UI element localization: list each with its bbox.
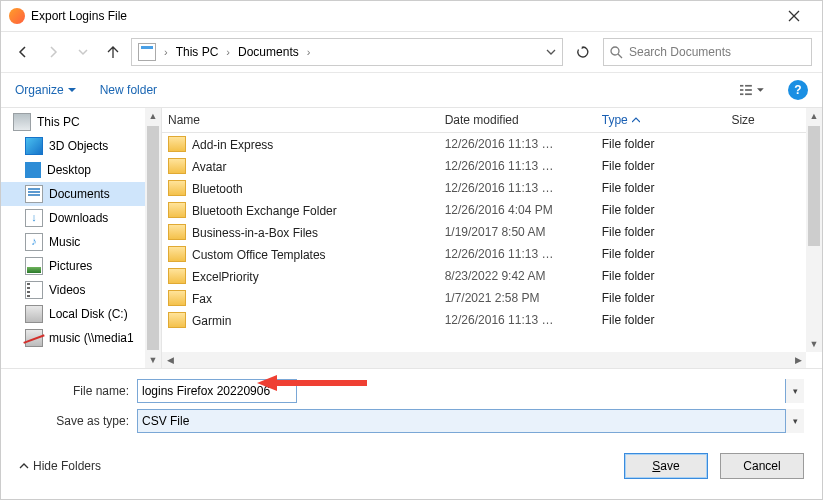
file-row[interactable]: Garmin12/26/2016 11:13 …File folder (162, 309, 822, 331)
pc-icon (13, 113, 31, 131)
scroll-up-icon[interactable]: ▲ (806, 108, 822, 124)
scroll-thumb[interactable] (147, 126, 159, 350)
file-row[interactable]: Bluetooth12/26/2016 11:13 …File folder (162, 177, 822, 199)
newfolder-label: New folder (100, 83, 157, 97)
file-name: Avatar (192, 160, 226, 174)
sidebar-item-videos[interactable]: Videos (1, 278, 161, 302)
refresh-button[interactable] (569, 38, 597, 66)
file-type: File folder (596, 269, 726, 283)
sidebar-item-localdisk[interactable]: Local Disk (C:) (1, 302, 161, 326)
saveastype-caret[interactable]: ▾ (785, 409, 804, 433)
up-button[interactable] (101, 40, 125, 64)
folder-icon (168, 180, 186, 196)
close-button[interactable] (774, 2, 814, 30)
sidebar-label: This PC (37, 115, 80, 129)
saveastype-value: CSV File (142, 414, 189, 428)
recent-locations-button[interactable] (71, 40, 95, 64)
address-bar[interactable]: › This PC › Documents › (131, 38, 563, 66)
file-scrollbar-horizontal[interactable]: ◀ ▶ (162, 352, 806, 368)
folder-icon (168, 246, 186, 262)
file-type: File folder (596, 291, 726, 305)
toolbar: Organize New folder ? (1, 73, 822, 108)
chevron-down-icon[interactable] (546, 47, 556, 57)
file-row[interactable]: Bluetooth Exchange Folder12/26/2016 4:04… (162, 199, 822, 221)
file-date: 12/26/2016 11:13 … (439, 137, 596, 151)
sidebar-item-thispc[interactable]: This PC (1, 110, 161, 134)
sidebar-label: Documents (49, 187, 110, 201)
sidebar-label: Desktop (47, 163, 91, 177)
svg-rect-6 (745, 93, 752, 95)
scroll-right-icon[interactable]: ▶ (790, 352, 806, 368)
view-list-icon (740, 83, 755, 97)
chevron-right-icon: › (307, 46, 311, 58)
file-row[interactable]: ExcelPriority8/23/2022 9:42 AMFile folde… (162, 265, 822, 287)
chevron-right-icon: › (226, 46, 230, 58)
newfolder-button[interactable]: New folder (100, 83, 157, 97)
saveastype-label: Save as type: (19, 414, 137, 428)
sidebar-item-documents[interactable]: Documents (1, 182, 161, 206)
file-date: 8/23/2022 9:42 AM (439, 269, 596, 283)
scroll-left-icon[interactable]: ◀ (162, 352, 178, 368)
col-size[interactable]: Size (725, 113, 806, 127)
file-type: File folder (596, 225, 726, 239)
refresh-icon (576, 45, 590, 59)
caret-down-icon (68, 86, 76, 94)
sidebar-item-desktop[interactable]: Desktop (1, 158, 161, 182)
network-disconnected-icon (25, 329, 43, 347)
search-input[interactable]: Search Documents (603, 38, 812, 66)
file-row[interactable]: Fax1/7/2021 2:58 PMFile folder (162, 287, 822, 309)
disk-icon (25, 305, 43, 323)
scroll-down-icon[interactable]: ▼ (145, 352, 161, 368)
cancel-button[interactable]: Cancel (720, 453, 804, 479)
arrow-left-icon (16, 45, 30, 59)
organize-menu[interactable]: Organize (15, 83, 76, 97)
chevron-right-icon: › (164, 46, 168, 58)
search-placeholder: Search Documents (629, 45, 731, 59)
file-name: Fax (192, 292, 212, 306)
sidebar-item-networkmusic[interactable]: music (\\media1 (1, 326, 161, 350)
sidebar-item-downloads[interactable]: ↓Downloads (1, 206, 161, 230)
sidebar-item-3dobjects[interactable]: 3D Objects (1, 134, 161, 158)
breadcrumb-root[interactable]: This PC (176, 45, 219, 59)
nav-row: › This PC › Documents › Search Documents (1, 32, 822, 73)
sidebar-label: Local Disk (C:) (49, 307, 128, 321)
breadcrumb-folder[interactable]: Documents (238, 45, 299, 59)
sidebar-label: Downloads (49, 211, 108, 225)
sidebar-item-music[interactable]: ♪Music (1, 230, 161, 254)
file-type: File folder (596, 203, 726, 217)
filename-history-button[interactable]: ▾ (785, 379, 804, 403)
col-type[interactable]: Type (596, 113, 726, 127)
view-button[interactable] (740, 78, 764, 102)
scroll-up-icon[interactable]: ▲ (145, 108, 161, 124)
sidebar-label: 3D Objects (49, 139, 108, 153)
file-row[interactable]: Avatar12/26/2016 11:13 …File folder (162, 155, 822, 177)
caret-down-icon (757, 86, 764, 94)
sidebar-scrollbar[interactable]: ▲ ▼ (145, 108, 161, 368)
scroll-thumb[interactable] (808, 126, 820, 246)
saveastype-dropdown[interactable]: CSV File (137, 409, 804, 433)
file-row[interactable]: Custom Office Templates12/26/2016 11:13 … (162, 243, 822, 265)
file-date: 12/26/2016 11:13 … (439, 247, 596, 261)
file-name: ExcelPriority (192, 270, 259, 284)
forward-button[interactable] (41, 40, 65, 64)
save-label-accel: S (652, 459, 660, 473)
filename-input[interactable] (137, 379, 297, 403)
hide-folders-button[interactable]: Hide Folders (19, 459, 101, 473)
save-button[interactable]: Save (624, 453, 708, 479)
back-button[interactable] (11, 40, 35, 64)
file-row[interactable]: Add-in Express12/26/2016 11:13 …File fol… (162, 133, 822, 155)
window-title: Export Logins File (31, 9, 774, 23)
sidebar-item-pictures[interactable]: Pictures (1, 254, 161, 278)
save-label-rest: ave (660, 459, 679, 473)
music-icon: ♪ (25, 233, 43, 251)
col-date[interactable]: Date modified (439, 113, 596, 127)
file-date: 1/7/2021 2:58 PM (439, 291, 596, 305)
file-row[interactable]: Business-in-a-Box Files1/19/2017 8:50 AM… (162, 221, 822, 243)
col-name[interactable]: Name (162, 113, 439, 127)
file-name: Business-in-a-Box Files (192, 226, 318, 240)
file-scrollbar-vertical[interactable]: ▲ ▼ (806, 108, 822, 352)
scroll-down-icon[interactable]: ▼ (806, 336, 822, 352)
help-button[interactable]: ? (788, 80, 808, 100)
svg-rect-3 (740, 93, 743, 95)
file-name: Add-in Express (192, 138, 273, 152)
